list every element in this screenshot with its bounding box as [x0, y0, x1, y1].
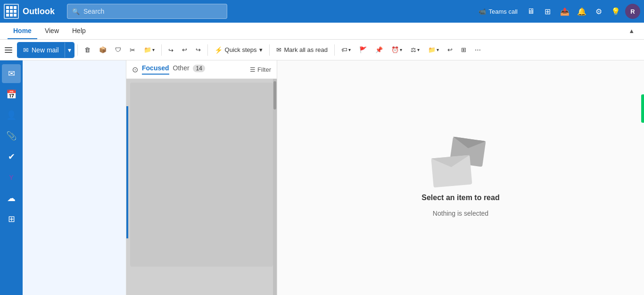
toolbar: ✉ New mail ▾ 🗑 📦 🛡 ✂ 📁▾ ↩ ↩ ↪ ⚡ Quick st…	[0, 40, 644, 60]
tab-other[interactable]: Other 14	[173, 64, 205, 75]
video-icon: 📹	[479, 8, 486, 15]
folder-panel	[23, 60, 126, 295]
message-list-header: ⊙ Focused Other 14 ☰ Filter	[126, 60, 277, 79]
sidebar-item-yammer[interactable]: Y	[2, 168, 21, 187]
mail-icon: ✉	[23, 46, 29, 54]
envelope-front	[431, 155, 472, 187]
app-name: Outlook	[23, 7, 55, 17]
avatar-initials: R	[630, 8, 635, 15]
scroll-thumb	[273, 81, 276, 110]
settings-icon-btn[interactable]: ⚙	[591, 4, 606, 19]
teams-call-label: Teams call	[489, 8, 518, 15]
envelope-flap-back	[452, 136, 486, 151]
tag-button[interactable]: 🏷▾	[338, 42, 355, 58]
undo3-button[interactable]: ↩	[444, 42, 456, 58]
message-list-scrollbar[interactable]	[273, 79, 277, 295]
circle-check-icon: ⊙	[132, 65, 138, 74]
divider-5	[334, 44, 335, 56]
tab-focused[interactable]: Focused	[142, 64, 169, 75]
title-bar: Outlook 🔍 📹 Teams call 🖥 ⊞ 📤 🔔 ⚙ 💡 R	[0, 0, 644, 23]
quick-steps-chevron: ▾	[259, 46, 263, 53]
main-layout: ✉ 📅 👤 📎 ✔ Y ☁ ⊞ ⊙ Focused	[0, 60, 644, 295]
sidebar-item-calendar[interactable]: 📅	[2, 85, 21, 104]
grid-icon-btn[interactable]: ⊞	[540, 4, 555, 19]
archive-button[interactable]: 📦	[95, 42, 110, 58]
envelope-flap-front	[431, 155, 471, 169]
more-options-button[interactable]: ⋯	[471, 42, 485, 58]
bell-icon-btn[interactable]: 🔔	[574, 4, 589, 19]
search-box[interactable]: 🔍	[67, 4, 227, 19]
new-mail-dropdown[interactable]: ▾	[65, 42, 74, 58]
block-button[interactable]: 🛡	[111, 42, 125, 58]
reading-pane: Select an item to read Nothing is select…	[277, 60, 644, 295]
insert-table-button[interactable]: ⊞	[457, 42, 470, 58]
undo2-button[interactable]: ↩	[178, 42, 191, 58]
ribbon-collapse-icon[interactable]: ▲	[627, 25, 636, 36]
sweep-button[interactable]: ✂	[126, 42, 139, 58]
sidebar-item-people[interactable]: 👤	[2, 106, 21, 125]
new-mail-group: ✉ New mail ▾	[17, 42, 74, 58]
quick-steps-label: Quick steps	[225, 46, 257, 53]
bell-icon: 🔔	[577, 7, 586, 16]
teams-call-button[interactable]: 📹 Teams call	[475, 6, 521, 17]
message-selected-indicator	[126, 106, 128, 238]
sidebar-item-tasks[interactable]: ✔	[2, 147, 21, 166]
move-to-button[interactable]: 📁▾	[140, 42, 158, 58]
divider-4	[269, 44, 270, 56]
filter-button[interactable]: ☰ Filter	[250, 66, 271, 73]
mail-illustration	[432, 139, 489, 186]
search-input[interactable]	[83, 8, 222, 15]
lightning-icon: ⚡	[215, 46, 223, 54]
nothing-selected-text: Nothing is selected	[433, 210, 488, 217]
gear-icon: ⚙	[595, 7, 602, 16]
divider-3	[207, 44, 208, 56]
message-list-body[interactable]	[126, 79, 277, 295]
flag-button[interactable]: 🚩	[355, 42, 371, 58]
sidebar-item-onedrive[interactable]: ☁	[2, 189, 21, 208]
new-mail-label: New mail	[32, 46, 59, 54]
lightbulb-icon: 💡	[611, 7, 620, 16]
move2-button[interactable]: 📁▾	[424, 42, 443, 58]
other-count: 14	[193, 65, 205, 72]
tab-home[interactable]: Home	[8, 23, 37, 39]
filter-label: Filter	[257, 66, 271, 73]
present-icon-btn[interactable]: 🖥	[523, 4, 538, 19]
share-icon-btn[interactable]: 📤	[557, 4, 572, 19]
hamburger-menu[interactable]	[4, 46, 13, 54]
monitor-icon: 🖥	[527, 7, 535, 16]
pin-button[interactable]: 📌	[372, 42, 387, 58]
tab-view[interactable]: View	[39, 23, 65, 39]
tab-help[interactable]: Help	[66, 23, 91, 39]
filter-icon: ☰	[250, 66, 256, 73]
avatar[interactable]: R	[625, 4, 640, 19]
share-icon: 📤	[560, 7, 570, 16]
message-list-panel: ⊙ Focused Other 14 ☰ Filter	[126, 60, 277, 295]
other-label: Other	[173, 64, 190, 72]
envelope-icon: ✉	[276, 46, 281, 53]
rules-button[interactable]: ⚖▾	[407, 42, 423, 58]
attachment-icon: 📎	[6, 131, 17, 141]
sidebar-item-apps[interactable]: ⊞	[2, 210, 21, 228]
app-grid-button[interactable]	[4, 4, 19, 19]
grid-icon: ⊞	[545, 7, 551, 16]
green-accent-bar	[641, 94, 644, 123]
redo-button[interactable]: ↪	[192, 42, 205, 58]
new-mail-button[interactable]: ✉ New mail	[17, 42, 65, 58]
undo-button[interactable]: ↩	[165, 42, 177, 58]
apps-icon: ⊞	[8, 214, 15, 224]
remind-button[interactable]: ⏰▾	[388, 42, 406, 58]
select-item-text: Select an item to read	[421, 194, 499, 202]
sidebar-item-mail[interactable]: ✉	[2, 64, 21, 83]
calendar-icon: 📅	[6, 89, 17, 100]
sidebar-item-attachments[interactable]: 📎	[2, 126, 21, 145]
quick-steps-button[interactable]: ⚡ Quick steps ▾	[211, 42, 266, 58]
mark-all-read-button[interactable]: ✉ Mark all as read	[272, 42, 331, 58]
delete-button[interactable]: 🗑	[81, 42, 94, 58]
help-icon-btn[interactable]: 💡	[608, 4, 623, 19]
sidebar: ✉ 📅 👤 📎 ✔ Y ☁ ⊞	[0, 60, 23, 295]
message-item[interactable]	[130, 83, 273, 267]
yammer-icon: Y	[9, 174, 13, 181]
divider-1	[77, 44, 78, 56]
mail-sidebar-icon: ✉	[8, 68, 15, 79]
title-bar-right: 📹 Teams call 🖥 ⊞ 📤 🔔 ⚙ 💡 R	[475, 4, 640, 19]
